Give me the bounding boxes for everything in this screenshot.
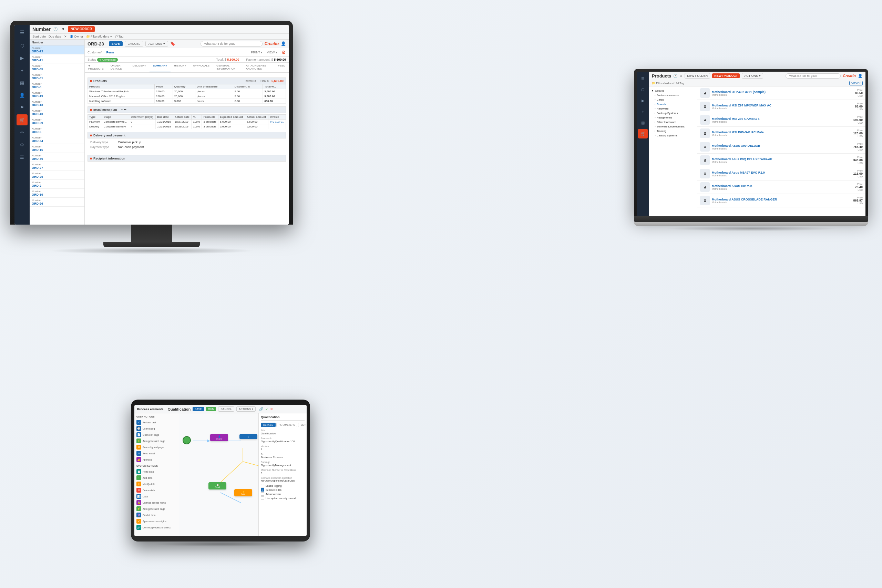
lap-products-icon[interactable]: 🛒 bbox=[638, 129, 648, 138]
process-item-connect[interactable]: 🔗 Connect process to object bbox=[136, 524, 177, 531]
order-row-ord13[interactable]: NumberORD-13 bbox=[30, 99, 84, 108]
cb-enable-logging[interactable]: Enable logging bbox=[261, 484, 304, 488]
process-item-dialog[interactable]: 💬 User dialog bbox=[136, 425, 177, 432]
due-date-filter[interactable]: Due date bbox=[49, 35, 62, 38]
tablet-actions-button[interactable]: ACTIONS ▾ bbox=[236, 406, 256, 412]
process-item-data[interactable]: 📊 Data bbox=[136, 493, 177, 500]
table-row[interactable]: Payment Complete payme... 0 10/31/2019 1… bbox=[88, 120, 286, 124]
list-item[interactable]: 🖥 Motherboard ASUS H81M-K Motherboards P… bbox=[698, 180, 866, 194]
panel-tab-methods[interactable]: METHODS bbox=[298, 423, 307, 427]
lap-toggle-icon[interactable]: ☰ bbox=[638, 74, 648, 83]
order-row-ord35[interactable]: NumberORD-35 bbox=[30, 63, 84, 72]
list-item[interactable]: 🖥 Motherboard ASUS CROSSBLADE RANGER Mot… bbox=[698, 194, 866, 207]
lap-tag-label[interactable]: 🏷 Tag bbox=[676, 82, 684, 85]
panel-tab-parameters[interactable]: PARAMETERS bbox=[276, 423, 298, 427]
new-order-button[interactable]: NEW ORDER bbox=[68, 26, 95, 32]
lap-add-icon[interactable]: + bbox=[638, 107, 648, 116]
cb-security-context[interactable]: Use system security context bbox=[261, 496, 304, 500]
installment-add-icon[interactable]: + bbox=[121, 108, 123, 111]
cb-enable-logging-box[interactable] bbox=[261, 484, 264, 488]
catalog-item-training[interactable]: › Training bbox=[655, 129, 695, 133]
table-row[interactable]: Microsoft Office 2013 English 150.00 20,… bbox=[88, 94, 286, 99]
sidebar-icon-home[interactable]: ⬡ bbox=[16, 40, 28, 51]
new-product-button[interactable]: NEW PRODUCT bbox=[712, 74, 740, 78]
order-row-ord23[interactable]: NumberORD-23 bbox=[30, 45, 84, 54]
cancel-button[interactable]: CANCEL bbox=[125, 41, 144, 46]
process-item-read[interactable]: 📋 Read data bbox=[136, 468, 177, 475]
actions-button[interactable]: ACTIONS ▾ bbox=[146, 41, 168, 46]
tablet-save-button[interactable]: SAVE bbox=[193, 407, 204, 411]
tab-summary[interactable]: SUMMARY bbox=[150, 63, 171, 72]
process-item-auto-page[interactable]: ⚡ Auto generated page bbox=[136, 506, 177, 512]
tab-order-details[interactable]: ORDER DETAILS bbox=[107, 63, 129, 72]
cb-serialize[interactable]: ✓ Serialize in DB bbox=[261, 488, 304, 492]
order-row-ord31[interactable]: NumberORD-31 bbox=[30, 72, 84, 81]
cb-security-context-box[interactable] bbox=[261, 496, 264, 500]
flow-node-gateway[interactable]: ◇ bbox=[240, 434, 257, 439]
process-item-add[interactable]: + Add data bbox=[136, 475, 177, 481]
sidebar-toggle-icon[interactable]: ☰ bbox=[17, 27, 27, 37]
catalog-item-headphones[interactable]: › Headphones bbox=[655, 116, 695, 120]
view-button[interactable]: VIEW ▾ bbox=[849, 81, 863, 86]
laptop-actions-button[interactable]: ACTIONS ▾ bbox=[742, 73, 763, 78]
sidebar-icon-flag[interactable]: ⚑ bbox=[16, 102, 28, 113]
order-row-ord6[interactable]: NumberORD-6 bbox=[30, 81, 84, 90]
tab-history[interactable]: HISTORY bbox=[171, 63, 189, 72]
order-row-ord19[interactable]: NumberORD-19 bbox=[30, 90, 84, 99]
list-item[interactable]: 🖥 Motherboard UTIA4L2 3291 (sample) Moth… bbox=[698, 87, 866, 100]
installment-edit-icon[interactable]: ✏ bbox=[124, 108, 126, 111]
list-item[interactable]: 🖥 Motherboard Asus P9Q DELUXE/WiFi-AP Mo… bbox=[698, 154, 866, 167]
catalog-item-software-dev[interactable]: › Software Development bbox=[655, 124, 695, 129]
order-row-ord34[interactable]: NumberORD-34 bbox=[30, 135, 84, 144]
tab-attachments[interactable]: ATTACHMENTS AND NOTES bbox=[242, 63, 274, 72]
catalog-item-hardware[interactable]: › Hardware bbox=[655, 106, 695, 111]
bookmark-icon[interactable]: 🔖 bbox=[170, 41, 176, 46]
list-item[interactable]: 🖥 Motherboard MSI Z97 GAMING 5 Motherboa… bbox=[698, 113, 866, 127]
order-row-ord15[interactable]: NumberORD-15 bbox=[30, 144, 84, 153]
tab-delivery[interactable]: DELIVERY bbox=[129, 63, 150, 72]
sidebar-icon-more[interactable]: ☰ bbox=[16, 152, 28, 163]
laptop-user-avatar[interactable]: 👤 bbox=[858, 74, 863, 78]
filters-folders[interactable]: 📁 Filters/folders ▾ bbox=[86, 35, 112, 38]
catalog-item-boards[interactable]: › Boards bbox=[655, 102, 695, 106]
order-row-ord25[interactable]: NumberORD-25 bbox=[30, 171, 84, 180]
tablet-run-button[interactable]: RUN bbox=[206, 407, 216, 411]
order-row-ord26[interactable]: NumberORD-26 bbox=[30, 198, 84, 207]
order-row-ord29[interactable]: NumberORD-29 bbox=[30, 117, 84, 126]
order-row-ord5[interactable]: NumberORD-5 bbox=[30, 126, 84, 135]
cb-actual-version[interactable]: Actual version bbox=[261, 492, 304, 496]
sidebar-icon-play[interactable]: ▶ bbox=[16, 52, 28, 63]
table-row[interactable]: Installing software 100.00 9,000 hours 0… bbox=[88, 99, 286, 104]
process-item-edit-page[interactable]: 📄 Open edit page bbox=[136, 432, 177, 438]
flow-node-subprocess1[interactable]: 📋 Read bbox=[208, 482, 226, 489]
order-row-ord11[interactable]: NumberORD-11 bbox=[30, 54, 84, 63]
lap-chart-icon[interactable]: ▦ bbox=[638, 118, 648, 128]
tab-general[interactable]: GENERAL INFORMATION bbox=[213, 63, 242, 72]
tab-approvals[interactable]: APPROVALS bbox=[189, 63, 213, 72]
panel-tab-details[interactable]: DETAILS bbox=[261, 423, 276, 427]
lap-filters-label[interactable]: 📁 Filters/folders ▾ bbox=[652, 82, 675, 85]
process-item-email[interactable]: ✉ Send email bbox=[136, 450, 177, 456]
catalog-item-business[interactable]: › Business services bbox=[655, 93, 695, 98]
help-icon[interactable]: ⚙ bbox=[282, 50, 286, 55]
list-item[interactable]: 🖥 Motherboard MSI Z97 MPOWER MAX AC Moth… bbox=[698, 100, 866, 113]
process-item-auto-gen[interactable]: ⚡ Auto generated page bbox=[136, 438, 177, 444]
laptop-search-input[interactable] bbox=[786, 74, 841, 78]
sidebar-icon-user[interactable]: 👤 bbox=[16, 90, 28, 100]
sidebar-icon-edit[interactable]: ✏ bbox=[16, 127, 28, 138]
lap-home-icon[interactable]: ⬡ bbox=[638, 85, 648, 94]
owner-filter[interactable]: 👤 Owner bbox=[70, 35, 83, 38]
tab-feed[interactable]: FEED bbox=[274, 63, 289, 72]
lap-play-icon[interactable]: ▶ bbox=[638, 96, 648, 105]
order-row-ord2[interactable]: NumberORD-2 bbox=[30, 180, 84, 189]
table-row[interactable]: Delivery Complete delivery 4 10/31/2019 … bbox=[88, 124, 286, 129]
process-item-preconfig[interactable]: ⚙ Preconfigured page bbox=[136, 444, 177, 450]
catalog-item-catalog-sys[interactable]: › Catalog Systems bbox=[655, 133, 695, 138]
start-date-filter[interactable]: Start date bbox=[32, 35, 46, 38]
catalog-item-cards[interactable]: › Cards bbox=[655, 98, 695, 102]
list-item[interactable]: 🖥 Motherboard MSI B85-G41 PC Mate Mother… bbox=[698, 127, 866, 140]
user-avatar[interactable]: 👤 bbox=[281, 41, 286, 46]
process-item-approval[interactable]: 👍 Approval bbox=[136, 456, 177, 463]
process-item-delete[interactable]: ✕ Delete data bbox=[136, 487, 177, 493]
order-row-ord27[interactable]: NumberORD-27 bbox=[30, 162, 84, 171]
